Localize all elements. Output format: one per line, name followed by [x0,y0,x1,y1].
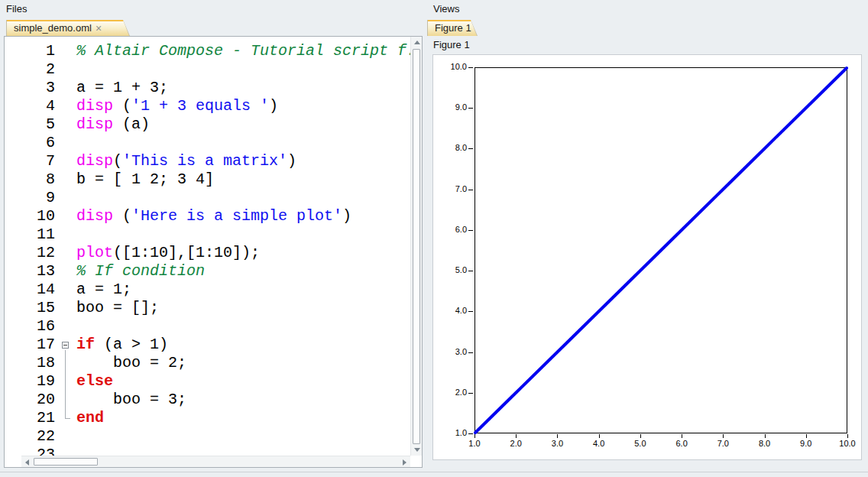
view-tab-figure-1[interactable]: Figure 1 [427,20,478,36]
line-number: 5 [5,115,60,134]
y-tick-label: 7.0 [436,184,467,193]
code-text: plot([1:10],[1:10]); [76,244,260,262]
code-text: disp (a) [76,115,150,134]
close-icon[interactable]: × [96,23,102,34]
line-number: 12 [5,244,60,262]
fold-column [60,446,72,456]
x-tick-mark [723,434,724,438]
code-line[interactable]: 23 [5,446,410,456]
token-plain: ) [342,207,351,225]
fold-column [60,152,72,170]
fold-column [60,60,72,79]
token-plain: a = 1; [76,281,131,298]
token-plain: ( [113,207,131,225]
code-line[interactable]: 4disp ('1 + 3 equals ') [5,97,410,115]
token-function: disp [76,207,113,225]
y-tick-label: 9.0 [436,102,467,112]
line-number: 23 [5,446,60,456]
vertical-scrollbar-thumb[interactable] [413,49,420,444]
plot-canvas[interactable] [474,67,847,433]
line-number: 20 [5,391,60,409]
code-line[interactable]: 10disp ('Here is a simple plot') [5,207,410,226]
token-plain: ( [113,97,131,115]
code-line[interactable]: 15boo = []; [5,299,410,317]
line-number: 8 [5,170,60,189]
y-tick-mark [468,271,473,271]
y-tick-mark [468,352,473,353]
code-line[interactable]: 18 boo = 2; [5,354,410,372]
code-line[interactable]: 21end [5,409,410,427]
code-line[interactable]: 11 [5,226,410,244]
fold-column [60,207,72,226]
token-keyword: else [76,372,113,390]
x-tick-label: 9.0 [791,439,821,448]
token-comment: % Altair Compose - Tutorial script f. [76,42,410,60]
y-tick-label: 4.0 [436,306,467,315]
token-function: disp [76,115,113,133]
x-tick-mark [765,434,766,438]
code-text: b = [ 1 2; 3 4] [76,170,214,189]
code-line[interactable]: 2 [5,60,410,79]
fold-collapse-icon[interactable] [62,342,69,349]
scroll-left-button[interactable] [21,456,33,468]
code-line[interactable]: 12plot([1:10],[1:10]); [5,244,410,262]
token-string: 'This is a matrix' [122,152,287,170]
status-divider [0,472,868,472]
horizontal-scrollbar-thumb[interactable] [34,458,98,466]
line-number: 14 [5,281,60,299]
editor-text-area[interactable]: 1% Altair Compose - Tutorial script f.23… [5,37,410,456]
y-tick-mark [468,190,473,190]
triangle-down-icon [414,448,420,452]
token-plain: (a) [113,115,150,133]
code-line[interactable]: 22 [5,427,410,446]
token-plain: ) [287,152,296,170]
code-line[interactable]: 13% If condition [5,262,410,281]
code-text: boo = 2; [76,354,186,372]
code-line[interactable]: 8b = [ 1 2; 3 4] [5,170,410,189]
token-plain: ([1:10],[1:10]); [113,244,260,261]
y-tick-mark [468,108,473,109]
scroll-down-button[interactable] [411,444,423,456]
code-text: disp('This is a matrix') [76,152,296,170]
y-tick-mark [468,311,473,312]
line-number: 2 [5,60,60,79]
scroll-right-button[interactable] [399,456,410,468]
line-number: 13 [5,262,60,281]
token-function: disp [76,152,113,170]
code-line[interactable]: 3a = 1 + 3; [5,79,410,97]
x-tick-label: 4.0 [584,439,614,448]
x-tick-mark [516,434,517,438]
line-number: 22 [5,427,60,446]
code-line[interactable]: 19else [5,372,410,391]
code-text: else [76,372,113,391]
y-tick-label: 3.0 [436,347,467,356]
code-line[interactable]: 7disp('This is a matrix') [5,152,410,170]
code-line[interactable]: 9 [5,189,410,207]
fold-column [60,262,72,281]
scroll-up-button[interactable] [411,37,423,48]
line-number: 19 [5,372,60,391]
editor-horizontal-scrollbar[interactable] [21,456,410,467]
code-line[interactable]: 17if (a > 1) [5,336,410,354]
x-tick-mark [640,434,641,438]
code-line[interactable]: 16 [5,317,410,336]
x-tick-mark [806,434,807,438]
code-line[interactable]: 14a = 1; [5,281,410,299]
code-editor[interactable]: 1% Altair Compose - Tutorial script f.23… [4,36,423,468]
code-line[interactable]: 6 [5,134,410,152]
code-text: disp ('Here is a simple plot') [76,207,351,226]
code-line[interactable]: 20 boo = 3; [5,391,410,409]
files-panel-label: Files [6,3,27,15]
fold-marker[interactable] [60,336,72,354]
code-line[interactable]: 5disp (a) [5,115,410,134]
code-text: boo = []; [76,299,159,317]
x-tick-label: 3.0 [542,439,572,448]
editor-vertical-scrollbar[interactable] [410,37,422,456]
code-text: a = 1 + 3; [76,79,168,97]
x-tick-label: 2.0 [500,439,531,448]
code-line[interactable]: 1% Altair Compose - Tutorial script f. [5,42,410,60]
fold-marker [60,354,72,372]
line-number: 1 [5,42,60,60]
code-text: end [76,409,104,427]
file-tab-simple-demo[interactable]: simple_demo.oml × [6,20,130,36]
